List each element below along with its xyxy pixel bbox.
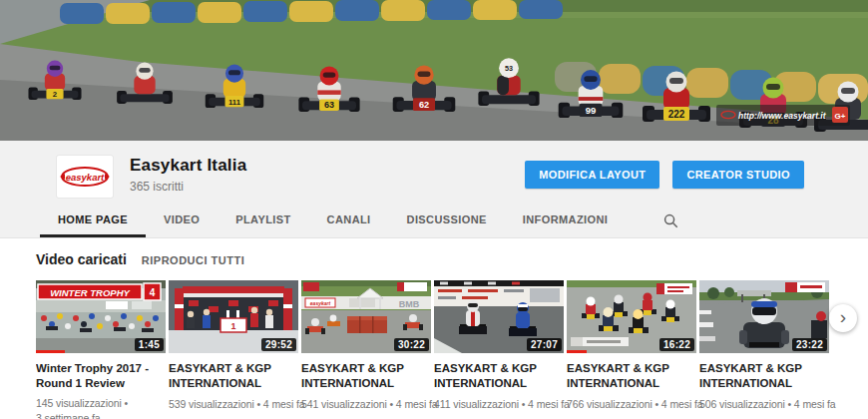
tab-home-page[interactable]: HOME PAGE xyxy=(40,204,146,237)
video-card: WINTER TROPHY 4 1:45 Winter Trophy 2017 … xyxy=(36,280,166,419)
kart-number: 222 xyxy=(668,109,685,120)
video-card: 23:22 EASYKART & KGP INTERNATIONAL GRAND… xyxy=(699,280,829,419)
video-card: 1 29:52 EASYKART & KGP INTERNATIONAL GRA… xyxy=(169,280,298,419)
video-thumbnail[interactable]: 23:22 xyxy=(699,280,829,353)
search-icon xyxy=(663,213,678,228)
video-meta: 145 visualizzazioni • 3 settimane fa xyxy=(36,396,166,419)
duration-badge: 30:22 xyxy=(394,338,429,351)
duration-badge: 23:22 xyxy=(792,338,827,351)
banner-url-text: http://www.easykart.it xyxy=(738,111,827,121)
creator-studio-button[interactable]: CREATOR STUDIO xyxy=(672,161,804,189)
video-meta: 541 visualizzazioni • 4 mesi fa xyxy=(301,397,431,412)
easykart-track-banner: easykart xyxy=(310,300,331,306)
video-meta: 506 visualizzazioni • 4 mesi fa xyxy=(699,397,829,412)
chevron-right-icon: › xyxy=(840,307,846,326)
video-title[interactable]: EASYKART & KGP INTERNATIONAL GRAND xyxy=(567,361,696,391)
banner-karting-photo: 2 111 63 xyxy=(0,0,868,141)
channel-search-button[interactable] xyxy=(650,204,692,237)
tab-playlist[interactable]: PLAYLIST xyxy=(217,204,308,237)
video-meta: 539 visualizzazioni • 4 mesi fa xyxy=(169,397,298,412)
kart-number: 99 xyxy=(586,105,597,116)
round-badge: 4 xyxy=(150,287,156,298)
kart-number: 111 xyxy=(228,98,241,107)
video-meta: 411 visualizzazioni • 4 mesi fa xyxy=(434,397,564,412)
video-card: easykart BMB 30:22 EASYKART & KGP INTER xyxy=(301,280,431,419)
tab-canali[interactable]: CANALI xyxy=(309,204,389,237)
video-title[interactable]: EASYKART & KGP INTERNATIONAL GRAND xyxy=(301,361,431,391)
video-thumbnail[interactable]: 16:22 xyxy=(567,280,696,353)
video-card: 27:07 EASYKART & KGP INTERNATIONAL GRAND… xyxy=(434,280,564,419)
channel-tab-bar: HOME PAGE VIDEO PLAYLIST CANALI DISCUSSI… xyxy=(0,204,868,237)
video-title[interactable]: EASYKART & KGP INTERNATIONAL GRAND xyxy=(169,361,298,391)
bmb-banner: BMB xyxy=(399,299,420,309)
avatar-logo-text: easykart xyxy=(66,172,105,183)
duration-badge: 27:07 xyxy=(527,338,562,351)
kart-number: 2 xyxy=(53,90,58,99)
kart-number: 63 xyxy=(324,100,334,110)
tab-video[interactable]: VIDEO xyxy=(146,204,217,237)
video-meta: 766 visualizzazioni • 4 mesi fa xyxy=(567,397,696,412)
watch-progress-bar xyxy=(36,350,65,353)
subscriber-count: 365 iscritti xyxy=(130,180,246,194)
channel-banner: 2 111 63 xyxy=(0,0,868,141)
video-title[interactable]: EASYKART & KGP INTERNATIONAL GRAND xyxy=(699,361,829,391)
kart-helmet-number: 53 xyxy=(505,64,513,73)
video-thumbnail[interactable]: 27:07 xyxy=(434,280,564,353)
banner-url-overlay: http://www.easykart.it G+ xyxy=(716,105,850,126)
video-title[interactable]: Winter Trophy 2017 - Round 1 Review xyxy=(36,361,166,390)
tab-discussione[interactable]: DISCUSSIONE xyxy=(389,204,505,237)
video-thumbnail[interactable]: 1 29:52 xyxy=(169,280,298,353)
channel-name: Easykart Italia xyxy=(130,156,246,176)
kart-number: 62 xyxy=(419,100,429,110)
section-title-video-caricati[interactable]: Video caricati xyxy=(36,251,127,267)
tab-informazioni[interactable]: INFORMAZIONI xyxy=(505,204,626,237)
video-title[interactable]: EASYKART & KGP INTERNATIONAL GRAND xyxy=(434,361,564,391)
video-thumbnail[interactable]: WINTER TROPHY 4 1:45 xyxy=(36,280,166,353)
podium-step-label: 1 xyxy=(230,321,235,331)
duration-badge: 16:22 xyxy=(659,338,694,351)
easykart-logo: easykart xyxy=(60,165,110,189)
modifica-layout-button[interactable]: MODIFICA LAYOUT xyxy=(525,161,659,189)
duration-badge: 1:45 xyxy=(135,338,164,351)
channel-avatar[interactable]: easykart xyxy=(57,156,113,198)
channel-header: easykart Easykart Italia 365 iscritti MO… xyxy=(0,141,868,238)
video-card: 16:22 EASYKART & KGP INTERNATIONAL GRAND… xyxy=(567,280,696,419)
gplus-icon: G+ xyxy=(835,112,846,121)
play-all-button[interactable]: RIPRODUCI TUTTI xyxy=(142,254,244,266)
channel-home-content: Video caricati RIPRODUCI TUTTI xyxy=(0,238,868,419)
winter-trophy-banner-text: WINTER TROPHY xyxy=(50,287,131,298)
duration-badge: 29:52 xyxy=(261,338,296,351)
video-thumbnail[interactable]: easykart BMB 30:22 xyxy=(301,280,431,353)
carousel-next-button[interactable]: › xyxy=(829,304,857,332)
video-shelf: WINTER TROPHY 4 1:45 Winter Trophy 2017 … xyxy=(36,280,868,419)
watch-progress-bar xyxy=(567,350,587,353)
